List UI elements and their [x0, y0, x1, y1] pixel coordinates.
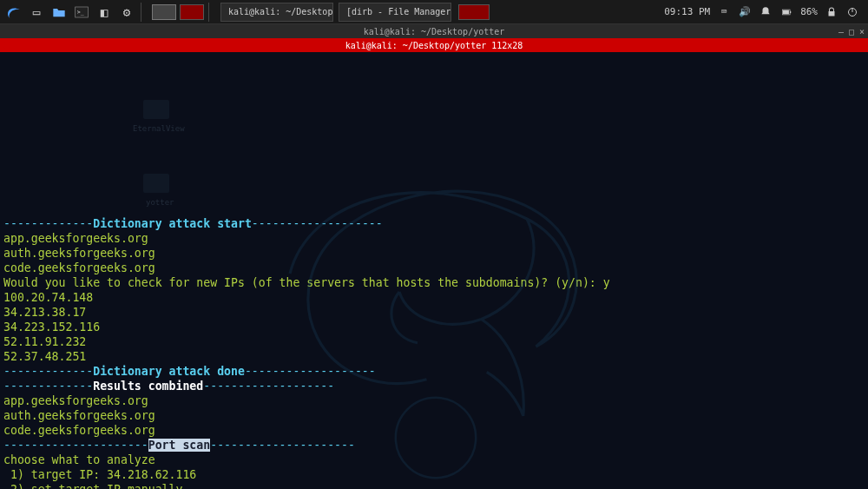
terminal-text: Results combined: [93, 380, 203, 393]
terminal-text: Dictionary attack done: [93, 365, 245, 378]
close-button[interactable]: ×: [859, 27, 865, 36]
terminal-text: Port scan: [148, 439, 210, 452]
terminal-text: -------------------: [203, 380, 334, 393]
app-icon-generic[interactable]: ◧: [94, 3, 115, 22]
settings-icon[interactable]: ⚙: [116, 3, 137, 22]
task-label: [dirb - File Manager]: [346, 7, 451, 17]
terminal-line: 52.11.91.232: [3, 334, 865, 349]
terminal-text: choose what to analyze: [3, 453, 155, 466]
window-titlebar-outer[interactable]: kali@kali: ~/Desktop/yotter – □ ×: [0, 24, 868, 38]
volume-icon[interactable]: 🔊: [738, 5, 752, 19]
taskbar-separator: [208, 3, 215, 22]
terminal-text: -------------------: [245, 365, 376, 378]
terminal-text: Would you like to check for new IPs (of …: [3, 276, 610, 289]
bg-folder-icon: [143, 100, 169, 119]
terminal-text: Dictionary attack start: [93, 217, 252, 230]
window-title: kali@kali: ~/Desktop/yotter: [364, 27, 505, 36]
power-icon[interactable]: [845, 5, 859, 19]
terminal-line: Would you like to check for new IPs (of …: [3, 275, 865, 290]
taskbar-left: ▭ >_ ◧ ⚙ kali@kali: ~/Desktop/yot… [dirb…: [3, 3, 490, 22]
terminal-line: 1) target IP: 34.218.62.116: [3, 467, 865, 482]
terminal-text: -------------: [3, 380, 93, 393]
terminal-text: ---------------------: [3, 439, 148, 452]
terminal-text: 1) target IP: 34.218.62.116: [3, 468, 196, 481]
battery-percent: 86%: [800, 6, 818, 17]
terminal-text: 34.223.152.116: [3, 320, 100, 334]
terminal-line: -------------Dictionary attack done-----…: [3, 364, 865, 379]
active-indicator-icon: [3, 42, 10, 49]
terminal-output[interactable]: EternalView yotter -------------Dictiona…: [0, 52, 868, 489]
bg-label: yotter: [146, 195, 174, 210]
terminal-line: choose what to analyze: [3, 453, 865, 467]
terminal-text: ---------------------: [210, 439, 355, 452]
terminal-text: app.geeksforgeeks.org: [3, 394, 148, 407]
task-button[interactable]: kali@kali: ~/Desktop/yot…: [220, 3, 333, 22]
window-subtitle: kali@kali: ~/Desktop/yotter 112x28: [345, 41, 523, 50]
svg-text:>_: >_: [77, 9, 84, 16]
task-indicator[interactable]: [458, 4, 490, 20]
terminal-text: app.geeksforgeeks.org: [3, 232, 148, 245]
terminal-text: -------------------: [252, 217, 383, 230]
task-label: kali@kali: ~/Desktop/yot…: [228, 7, 333, 17]
workspace-2[interactable]: [180, 4, 204, 20]
terminal-line: -------------Results combined-----------…: [3, 379, 865, 393]
terminal-line: auth.geeksforgeeks.org: [3, 408, 865, 423]
terminal-line: ---------------------Port scan----------…: [3, 438, 865, 453]
keyboard-icon[interactable]: ⌨: [717, 5, 731, 19]
terminal-text: -------------: [3, 217, 93, 230]
terminal-text: 100.20.74.148: [3, 291, 93, 304]
terminal-text: 52.11.91.232: [3, 335, 86, 348]
maximize-button[interactable]: □: [849, 27, 854, 36]
taskbar-right: 09:13 PM ⌨ 🔊 86%: [664, 5, 865, 19]
terminal-text: code.geeksforgeeks.org: [3, 424, 155, 437]
terminal-text: -------------: [3, 365, 93, 378]
files-icon[interactable]: [49, 3, 69, 22]
svg-rect-4: [790, 10, 791, 12]
kali-menu-icon[interactable]: [3, 3, 24, 22]
battery-icon[interactable]: [779, 5, 793, 19]
window-list-icon[interactable]: ▭: [26, 3, 47, 22]
terminal-line: code.geeksforgeeks.org: [3, 261, 865, 275]
task-button[interactable]: [dirb - File Manager]: [339, 3, 451, 22]
terminal-text: 52.37.48.251: [3, 350, 86, 363]
terminal-text: 2) set target IP manually: [3, 483, 182, 489]
lock-icon[interactable]: [825, 5, 838, 19]
terminal-line: auth.geeksforgeeks.org: [3, 246, 865, 261]
terminal-text: auth.geeksforgeeks.org: [3, 247, 155, 260]
terminal-line: app.geeksforgeeks.org: [3, 231, 865, 246]
clock: 09:13 PM: [664, 6, 710, 17]
terminal-text: code.geeksforgeeks.org: [3, 261, 155, 274]
window-controls: – □ ×: [838, 27, 865, 36]
terminal-text: auth.geeksforgeeks.org: [3, 409, 155, 422]
terminal-text: 34.213.38.17: [3, 306, 86, 319]
minimize-button[interactable]: –: [838, 27, 844, 36]
workspace-1[interactable]: [152, 4, 176, 20]
terminal-app-icon[interactable]: >_: [71, 3, 92, 22]
terminal-line: app.geeksforgeeks.org: [3, 393, 865, 408]
terminal-line: 100.20.74.148: [3, 290, 865, 305]
svg-rect-3: [783, 10, 789, 14]
window-titlebar-inner[interactable]: kali@kali: ~/Desktop/yotter 112x28: [0, 38, 868, 52]
bg-label: EternalView: [133, 122, 185, 136]
taskbar-separator: [141, 3, 148, 22]
terminal-line: -------------Dictionary attack start----…: [3, 216, 865, 231]
terminal-line: 52.37.48.251: [3, 349, 865, 364]
terminal-line: 34.213.38.17: [3, 305, 865, 320]
bg-folder-icon: [143, 174, 169, 193]
terminal-lines: -------------Dictionary attack start----…: [3, 216, 865, 489]
notifications-icon[interactable]: [759, 5, 773, 19]
terminal-line: 2) set target IP manually: [3, 482, 865, 489]
taskbar: ▭ >_ ◧ ⚙ kali@kali: ~/Desktop/yot… [dirb…: [0, 0, 868, 24]
terminal-line: code.geeksforgeeks.org: [3, 423, 865, 438]
terminal-line: 34.223.152.116: [3, 320, 865, 334]
